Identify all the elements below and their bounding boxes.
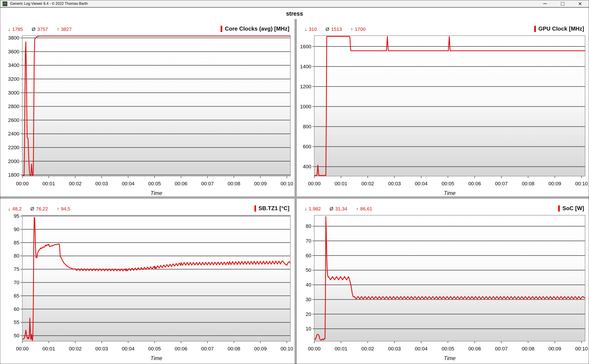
x-tick-label: 00:05 bbox=[442, 346, 454, 351]
y-tick-label: 50 bbox=[14, 333, 19, 338]
x-tick-label: 00:07 bbox=[201, 346, 214, 351]
x-tick-label: 00:01 bbox=[335, 346, 347, 351]
max-arrow-icon: ↑ bbox=[57, 206, 59, 212]
legend-label: GPU Clock [MHz] bbox=[538, 26, 584, 32]
legend-color-bar bbox=[221, 26, 222, 32]
x-tick-label: 00:10 bbox=[575, 181, 588, 187]
stat-min: ↓48,2 bbox=[8, 206, 22, 212]
x-tick-label: 00:00 bbox=[308, 181, 320, 187]
panel-core-clocks: ↓1785 Ø3757 ↑3827 Core Clocks (avg) [MHz… bbox=[0, 19, 294, 196]
x-tick-label: 00:03 bbox=[388, 346, 401, 351]
y-tick-label: 65 bbox=[14, 293, 19, 299]
y-tick-label: 10 bbox=[306, 326, 311, 332]
y-tick-label: 3000 bbox=[8, 90, 19, 96]
stat-avg-value: 1513 bbox=[331, 26, 342, 32]
minimize-icon bbox=[543, 3, 547, 4]
y-tick-label: 1000 bbox=[300, 104, 311, 110]
avg-diameter-icon: Ø bbox=[330, 206, 333, 212]
x-tick-label: 00:08 bbox=[228, 346, 240, 351]
legend-soc-power: SoC [W] bbox=[558, 205, 584, 212]
x-axis-title: Time bbox=[444, 355, 456, 361]
y-tick-label: 3400 bbox=[8, 62, 19, 68]
x-tick-label: 00:07 bbox=[201, 181, 214, 187]
y-tick-label: 60 bbox=[306, 253, 311, 259]
x-tick-label: 00:10 bbox=[280, 346, 293, 351]
stat-min: ↓310 bbox=[305, 26, 317, 32]
x-tick-label: 00:05 bbox=[442, 181, 454, 187]
y-tick-label: 2000 bbox=[8, 158, 19, 164]
maximize-icon bbox=[561, 2, 564, 6]
x-tick-label: 00:07 bbox=[495, 346, 508, 351]
panel-gpu-clock: ↓310 Ø1513 ↑1700 GPU Clock [MHz] 4006008… bbox=[297, 19, 589, 196]
soc-power-chart: 102030405060708000:0000:0100:0200:0300:0… bbox=[297, 214, 589, 364]
x-tick-label: 00:04 bbox=[122, 346, 134, 351]
legend-color-bar bbox=[254, 205, 256, 212]
stat-avg-value: 3757 bbox=[37, 26, 48, 32]
close-icon: ✕ bbox=[578, 1, 582, 6]
y-tick-label: 1200 bbox=[300, 84, 311, 90]
plot-sb-tz1: 5055606570758085909500:0000:0100:0200:03… bbox=[0, 214, 294, 364]
panel-header-core-clocks: ↓1785 Ø3757 ↑3827 Core Clocks (avg) [MHz… bbox=[0, 19, 294, 34]
x-tick-label: 00:05 bbox=[148, 181, 161, 187]
y-tick-label: 3800 bbox=[8, 35, 19, 41]
x-axis-title: Time bbox=[151, 190, 162, 196]
stats-core-clocks: ↓1785 Ø3757 ↑3827 bbox=[8, 26, 72, 32]
max-arrow-icon: ↑ bbox=[57, 27, 59, 32]
stat-avg-value: 76,22 bbox=[36, 206, 48, 212]
y-tick-label: 40 bbox=[306, 282, 311, 288]
vertical-splitter[interactable] bbox=[294, 199, 297, 364]
x-tick-label: 00:02 bbox=[69, 181, 81, 187]
x-tick-label: 00:00 bbox=[16, 346, 28, 351]
gpu-clock-chart: 400600800100012001400160000:0000:0100:02… bbox=[297, 34, 589, 196]
avg-diameter-icon: Ø bbox=[325, 26, 329, 32]
x-tick-label: 00:09 bbox=[254, 346, 267, 351]
y-tick-label: 1800 bbox=[8, 172, 19, 178]
x-tick-label: 00:02 bbox=[361, 181, 374, 187]
page-title: stress bbox=[0, 8, 589, 19]
legend-gpu-clock: GPU Clock [MHz] bbox=[534, 26, 584, 32]
horizontal-splitter[interactable] bbox=[0, 196, 589, 199]
x-tick-label: 00:04 bbox=[415, 346, 428, 351]
close-button[interactable]: ✕ bbox=[571, 0, 589, 7]
y-tick-label: 20 bbox=[306, 311, 311, 317]
y-tick-label: 95 bbox=[14, 214, 19, 219]
legend-label: Core Clocks (avg) [MHz] bbox=[225, 26, 289, 32]
y-tick-label: 3600 bbox=[8, 49, 19, 54]
x-tick-label: 00:09 bbox=[254, 181, 267, 187]
y-tick-label: 75 bbox=[14, 266, 19, 272]
x-tick-label: 00:01 bbox=[335, 181, 347, 187]
stat-min-value: 1,982 bbox=[309, 206, 321, 212]
minimize-button[interactable] bbox=[536, 0, 554, 7]
stats-gpu-clock: ↓310 Ø1513 ↑1700 bbox=[305, 26, 366, 32]
y-tick-label: 80 bbox=[306, 223, 311, 229]
x-axis-title: Time bbox=[444, 190, 456, 196]
stat-avg: Ø3757 bbox=[32, 26, 48, 32]
y-tick-label: 1400 bbox=[300, 64, 311, 69]
y-tick-label: 90 bbox=[14, 227, 19, 232]
y-tick-label: 800 bbox=[303, 124, 311, 130]
app-window: Generic Log Viewer 6.4 - © 2022 Thomas B… bbox=[0, 0, 589, 364]
y-tick-label: 85 bbox=[14, 240, 19, 246]
plot-gpu-clock: 400600800100012001400160000:0000:0100:02… bbox=[297, 34, 589, 196]
vertical-splitter[interactable] bbox=[294, 19, 297, 196]
stat-max: ↑94,5 bbox=[57, 206, 70, 212]
maximize-button[interactable] bbox=[554, 0, 571, 7]
avg-diameter-icon: Ø bbox=[32, 26, 35, 32]
core-clocks-chart: 1800200022002400260028003000320034003600… bbox=[0, 34, 294, 196]
stat-max: ↑1700 bbox=[351, 26, 366, 32]
title-bar[interactable]: Generic Log Viewer 6.4 - © 2022 Thomas B… bbox=[0, 0, 589, 8]
y-tick-label: 3200 bbox=[8, 76, 19, 82]
panel-sb-tz1: ↓48,2 Ø76,22 ↑94,5 SB.TZ1 [°C] 505560657… bbox=[0, 199, 294, 364]
x-tick-label: 00:02 bbox=[69, 346, 81, 351]
x-tick-label: 00:03 bbox=[95, 346, 108, 351]
stat-min-value: 48,2 bbox=[12, 206, 22, 212]
y-tick-label: 80 bbox=[14, 253, 19, 259]
stat-min: ↓1,982 bbox=[305, 206, 321, 212]
min-arrow-icon: ↓ bbox=[305, 206, 307, 212]
stat-avg: Ø31,34 bbox=[330, 206, 347, 212]
sb-tz1-chart: 5055606570758085909500:0000:0100:0200:03… bbox=[0, 214, 294, 364]
x-tick-label: 00:00 bbox=[16, 181, 28, 187]
stat-avg-value: 31,34 bbox=[335, 206, 347, 212]
plot-soc-power: 102030405060708000:0000:0100:0200:0300:0… bbox=[297, 214, 589, 364]
x-tick-label: 00:01 bbox=[42, 181, 55, 187]
